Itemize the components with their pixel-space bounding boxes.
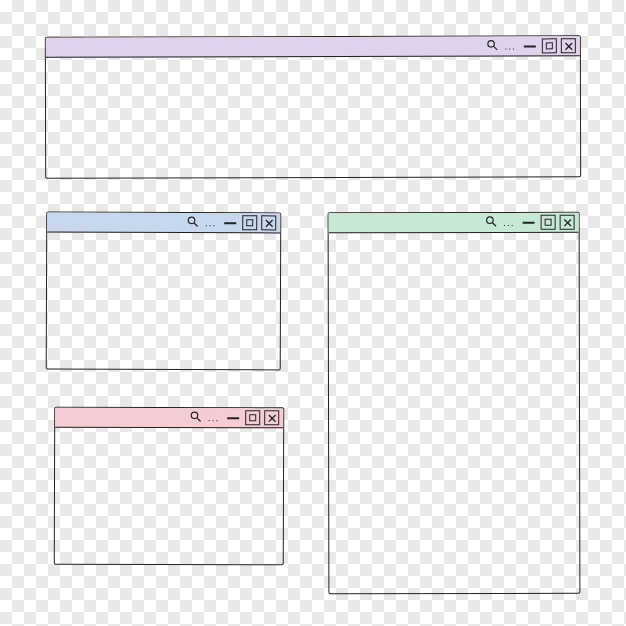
maximize-icon bbox=[546, 42, 553, 49]
titlebar[interactable]: ... bbox=[47, 213, 280, 234]
close-button[interactable] bbox=[261, 215, 276, 230]
svg-line-1 bbox=[494, 46, 497, 49]
maximize-icon bbox=[249, 414, 256, 421]
close-button[interactable] bbox=[561, 38, 576, 53]
close-icon bbox=[563, 41, 573, 51]
close-button[interactable] bbox=[560, 215, 575, 230]
titlebar-controls: ... bbox=[485, 37, 575, 55]
menu-ellipsis[interactable]: ... bbox=[208, 413, 219, 423]
minimize-icon[interactable] bbox=[524, 45, 536, 47]
close-icon bbox=[562, 217, 572, 227]
titlebar[interactable]: ... bbox=[55, 408, 283, 429]
titlebar[interactable]: ... bbox=[46, 36, 580, 57]
search-icon[interactable] bbox=[189, 409, 202, 427]
minimize-icon[interactable] bbox=[227, 417, 239, 419]
svg-line-9 bbox=[492, 223, 495, 226]
close-button[interactable] bbox=[264, 410, 279, 425]
window-pink: ... bbox=[54, 407, 284, 566]
maximize-icon bbox=[545, 219, 552, 226]
svg-point-12 bbox=[191, 412, 198, 419]
minimize-icon[interactable] bbox=[224, 222, 236, 224]
svg-line-13 bbox=[197, 418, 200, 421]
maximize-icon bbox=[246, 219, 253, 226]
svg-point-8 bbox=[486, 216, 493, 223]
window-green: ... bbox=[328, 212, 581, 595]
close-icon bbox=[264, 218, 274, 228]
window-purple: ... bbox=[45, 35, 581, 178]
titlebar[interactable]: ... bbox=[329, 213, 579, 234]
menu-ellipsis[interactable]: ... bbox=[205, 218, 216, 228]
maximize-button[interactable] bbox=[242, 215, 257, 230]
titlebar-controls: ... bbox=[186, 214, 276, 232]
window-blue: ... bbox=[46, 212, 282, 371]
svg-point-4 bbox=[188, 217, 195, 224]
menu-ellipsis[interactable]: ... bbox=[504, 41, 515, 51]
titlebar-controls: ... bbox=[484, 213, 574, 231]
maximize-button[interactable] bbox=[245, 410, 260, 425]
search-icon[interactable] bbox=[485, 37, 498, 55]
search-icon[interactable] bbox=[186, 214, 199, 232]
menu-ellipsis[interactable]: ... bbox=[503, 217, 514, 227]
maximize-button[interactable] bbox=[542, 38, 557, 53]
svg-point-0 bbox=[488, 40, 495, 47]
maximize-button[interactable] bbox=[541, 215, 556, 230]
search-icon[interactable] bbox=[484, 213, 497, 231]
titlebar-controls: ... bbox=[189, 409, 279, 427]
svg-line-5 bbox=[194, 223, 197, 226]
close-icon bbox=[267, 413, 277, 423]
minimize-icon[interactable] bbox=[523, 221, 535, 223]
